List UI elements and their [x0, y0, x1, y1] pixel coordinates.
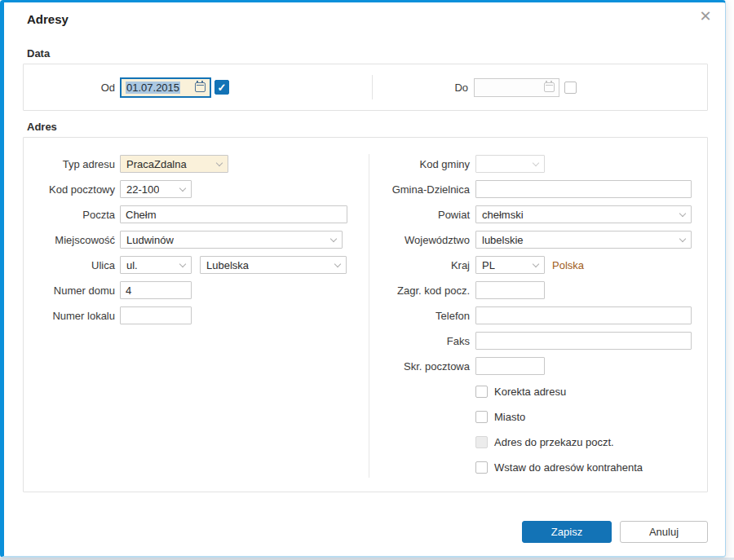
checkbox-label: Korekta adresu	[494, 386, 566, 398]
chevron-down-icon	[533, 262, 540, 269]
field-row: Kraj PL Polska	[372, 256, 692, 274]
adres-left-column: Typ adresu PracaZdalna Kod pocztowy 22-1…	[24, 155, 347, 332]
select-value: Ludwinów	[126, 234, 174, 246]
miasto-checkbox[interactable]	[475, 411, 488, 423]
checkbox-row: Wstaw do adresów kontrahenta	[475, 458, 692, 476]
wojewodztwo-select[interactable]: lubelskie	[475, 231, 692, 249]
field-row: Zagr. kod pocz.	[372, 281, 692, 299]
checkbox-label: Wstaw do adresów kontrahenta	[494, 461, 643, 474]
select-value: PL	[482, 259, 495, 271]
select-value: lubelskie	[482, 234, 524, 246]
data-section-header: Data	[27, 47, 50, 60]
field-row: Kod gminy	[372, 155, 692, 173]
field-row: Numer lokalu	[24, 306, 347, 324]
calendar-icon[interactable]	[544, 82, 555, 92]
field-row: Powiat chełmski	[372, 205, 692, 223]
kod-pocztowy-select[interactable]: 22-100	[120, 180, 192, 198]
date-from-group: Od 01.07.2015 ✓	[24, 77, 372, 98]
chevron-down-icon	[679, 236, 687, 244]
od-date-value: 01.07.2015	[126, 82, 180, 94]
close-icon[interactable]: ✕	[696, 7, 714, 25]
background-strip: D )	[726, 0, 734, 560]
ulica-select[interactable]: Lubelska	[200, 256, 347, 274]
ulica-prefix-select[interactable]: ul.	[120, 256, 192, 274]
kod-gminy-select[interactable]	[475, 155, 545, 173]
field-row: Województwo lubelskie	[372, 231, 692, 249]
data-section-box: Od 01.07.2015 ✓ Do	[23, 64, 708, 111]
skr-pocztowa-input[interactable]	[475, 357, 545, 375]
od-label: Od	[24, 82, 115, 94]
powiat-select[interactable]: chełmski	[475, 205, 692, 223]
zagr-kod-pocz-input[interactable]	[475, 281, 545, 299]
checkbox-label: Miasto	[494, 411, 525, 423]
od-active-checkbox[interactable]: ✓	[214, 80, 229, 95]
date-to-group: Do	[372, 78, 707, 97]
wojewodztwo-label: Województwo	[372, 234, 470, 246]
chevron-down-icon	[334, 262, 342, 269]
checkbox-label: Adres do przekazu poczt.	[494, 436, 614, 448]
chevron-down-icon	[533, 161, 540, 168]
kraj-select[interactable]: PL	[475, 256, 545, 274]
kod-pocztowy-label: Kod pocztowy	[24, 183, 115, 196]
kraj-name-text: Polska	[552, 259, 584, 271]
vertical-divider	[369, 154, 369, 478]
miejscowosc-label: Miejscowość	[24, 234, 115, 246]
checkbox-row: Adres do przekazu poczt.	[475, 433, 692, 451]
field-row: Typ adresu PracaZdalna	[24, 155, 347, 173]
field-row: Telefon	[372, 306, 692, 324]
zagr-kod-pocz-label: Zagr. kod pocz.	[372, 284, 470, 297]
numer-lokalu-label: Numer lokalu	[24, 310, 115, 322]
numer-lokalu-input[interactable]	[120, 306, 192, 324]
adres-section-header: Adres	[27, 121, 57, 133]
typ-adresu-select[interactable]: PracaZdalna	[120, 155, 228, 173]
gmina-dzielnica-label: Gmina-Dzielnica	[372, 183, 470, 196]
do-active-checkbox[interactable]	[564, 82, 577, 94]
chevron-down-icon	[179, 262, 187, 269]
select-value: Lubelska	[206, 259, 249, 271]
ulica-label: Ulica	[24, 259, 115, 271]
telefon-label: Telefon	[372, 310, 470, 322]
kraj-label: Kraj	[372, 259, 470, 271]
adresy-dialog: Adresy ✕ Data Od 01.07.2015 ✓ Do	[0, 0, 726, 558]
chevron-down-icon	[216, 161, 223, 168]
adres-section-box: Typ adresu PracaZdalna Kod pocztowy 22-1…	[23, 137, 708, 492]
poczta-input[interactable]	[120, 205, 347, 223]
telefon-input[interactable]	[475, 306, 692, 324]
cancel-button[interactable]: Anuluj	[620, 521, 708, 543]
field-row: Gmina-Dzielnica	[372, 180, 692, 198]
checkbox-row: Korekta adresu	[475, 382, 692, 400]
faks-label: Faks	[372, 335, 470, 347]
od-date-input[interactable]: 01.07.2015	[120, 77, 211, 98]
numer-domu-label: Numer domu	[24, 284, 115, 297]
numer-domu-input[interactable]	[120, 281, 192, 299]
korekta-adresu-checkbox[interactable]	[475, 386, 488, 398]
faks-input[interactable]	[475, 332, 692, 350]
adres-do-przekazu-checkbox	[475, 436, 488, 448]
skr-pocztowa-label: Skr. pocztowa	[372, 360, 470, 373]
select-value: chełmski	[482, 209, 524, 221]
field-row: Miejscowość Ludwinów	[24, 231, 347, 249]
typ-adresu-label: Typ adresu	[24, 158, 115, 170]
select-value: 22-100	[126, 183, 159, 196]
miejscowosc-select[interactable]: Ludwinów	[120, 231, 343, 249]
adres-right-column: Kod gminy Gmina-Dzielnica Powiat chełmsk…	[372, 155, 692, 483]
calendar-icon[interactable]	[195, 82, 206, 92]
field-row: Kod pocztowy 22-100	[24, 180, 347, 198]
chevron-down-icon	[330, 236, 338, 244]
select-value: PracaZdalna	[126, 158, 187, 170]
chevron-down-icon	[179, 186, 187, 193]
check-icon: ✓	[218, 82, 227, 93]
poczta-label: Poczta	[24, 209, 115, 221]
save-button[interactable]: Zapisz	[522, 521, 612, 543]
gmina-dzielnica-input[interactable]	[475, 180, 692, 198]
select-value: ul.	[126, 259, 138, 271]
field-row: Skr. pocztowa	[372, 357, 692, 375]
dialog-title: Adresy	[27, 12, 69, 26]
do-label: Do	[372, 82, 468, 94]
checkbox-row: Miasto	[475, 408, 692, 426]
powiat-label: Powiat	[372, 209, 470, 221]
do-date-input[interactable]	[474, 78, 559, 97]
field-row: Numer domu	[24, 281, 347, 299]
field-row: Faks	[372, 332, 692, 350]
wstaw-do-adresow-checkbox[interactable]	[475, 461, 488, 474]
